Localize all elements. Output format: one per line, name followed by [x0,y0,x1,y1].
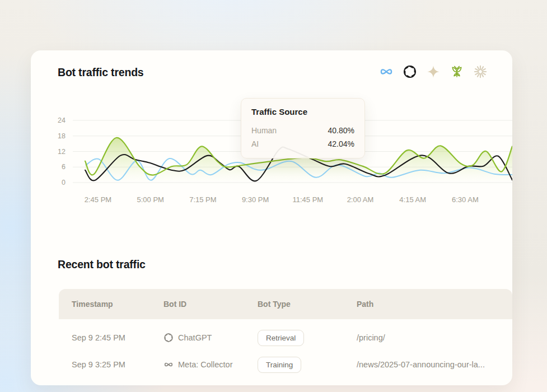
table-row: Sep 9 2:45 PM ChatG [59,324,512,351]
meta-icon[interactable] [379,64,394,79]
cell-timestamp: Sep 9 2:45 PM [59,333,163,342]
starburst-rays [475,66,486,77]
x-tick-label: 11:45 PM [281,195,335,204]
logo-row [379,64,488,79]
claude-starburst-icon[interactable] [473,64,488,79]
y-axis-labels: 06121824 [41,120,66,183]
green-knot-icon[interactable] [450,64,464,79]
y-tick-label: 6 [62,162,66,171]
cell-path: /news/2025-07-announcing-our-la... [357,360,512,369]
column-header-path: Path [357,300,512,309]
x-tick-label: 7:15 PM [176,195,230,204]
x-tick-label: 2:45 PM [71,195,125,204]
bot-traffic-table: Timestamp Bot ID Bot Type Path Sep 9 2:4… [59,289,512,385]
chart-title: Bot traffic trends [58,66,144,79]
table-header: Timestamp Bot ID Bot Type Path [59,289,512,319]
tooltip-title: Traffic Source [251,107,354,116]
cell-bot-id: Meta: Collector [163,360,258,370]
tooltip-label: AI [251,137,259,151]
dashboard-card: Bot traffic trends [31,50,512,385]
table-row: Sep 9 3:25 PM Meta: Collector Training /… [59,351,512,378]
y-tick-label: 18 [58,132,66,141]
bot-type-badge: Retrieval [258,330,304,346]
gemini-sparkle-icon[interactable] [426,64,441,79]
y-tick-label: 0 [62,178,66,187]
column-header-bot-id: Bot ID [163,300,258,309]
bot-id-label: Meta: Collector [178,360,233,369]
tooltip-row-human: Human 40.80% [251,124,354,137]
openai-icon[interactable] [403,64,417,79]
bot-type-badge: Training [258,357,301,373]
table-title: Recent bot traffic [58,258,146,271]
x-axis-labels: 2:45 PM5:00 PM7:15 PM9:30 PM11:45 PM2:00… [73,195,512,206]
x-tick-label: 2:00 AM [334,195,387,204]
cell-bot-type: Training [258,357,357,373]
column-header-bot-type: Bot Type [258,300,357,309]
meta-icon [163,360,174,370]
table-body: Sep 9 2:45 PM ChatG [59,319,512,378]
cell-bot-id: ChatGPT [163,333,258,343]
tooltip-label: Human [251,124,277,137]
x-tick-label: 9:30 PM [228,195,282,204]
column-header-timestamp: Timestamp [59,300,163,309]
y-tick-label: 12 [58,147,66,156]
page-background: Bot traffic trends [0,0,547,392]
chart-tooltip: Traffic Source Human 40.80% AI 42.04% [241,98,365,158]
x-tick-label: 6:30 AM [438,195,492,204]
y-tick-label: 24 [58,116,66,125]
x-tick-label: 5:00 PM [124,195,177,204]
tooltip-row-ai: AI 42.04% [251,137,354,151]
cell-timestamp: Sep 9 3:25 PM [59,360,163,369]
x-tick-label: 4:15 AM [386,195,440,204]
openai-icon [163,333,174,343]
tooltip-value: 42.04% [328,137,354,151]
bot-id-label: ChatGPT [178,333,212,342]
cell-path: /pricing/ [357,333,512,342]
cell-bot-type: Retrieval [258,330,357,346]
tooltip-value: 40.80% [328,124,354,137]
